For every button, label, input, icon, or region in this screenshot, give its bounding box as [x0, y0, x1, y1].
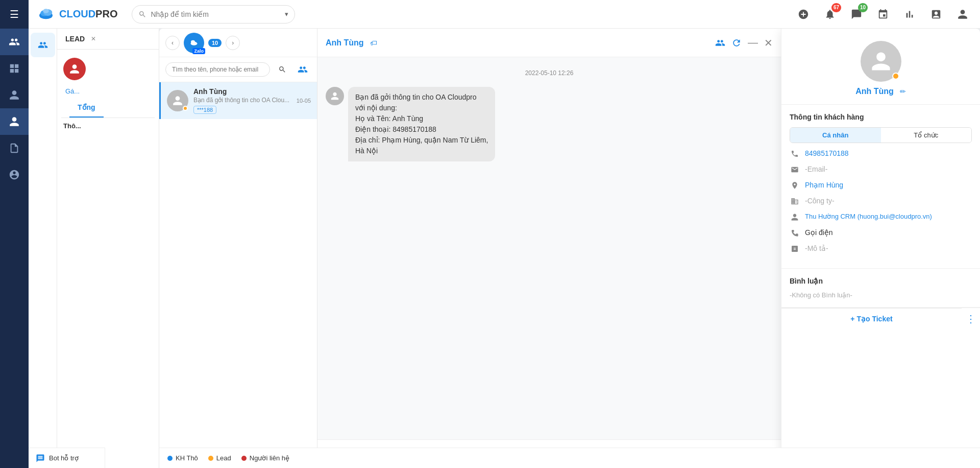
notifications-button[interactable]: 67: [821, 5, 839, 24]
zalo-badge: Zalo: [192, 48, 205, 54]
hamburger-menu[interactable]: ☰: [0, 0, 29, 29]
bot-support-label: Bot hỗ trợ: [49, 454, 79, 462]
search-input[interactable]: [151, 10, 281, 18]
tab-bar: Tổng: [61, 98, 155, 118]
comment-placeholder: -Không có Bình luận-: [790, 291, 972, 299]
chat-refresh-button[interactable]: [731, 38, 742, 48]
lead-panel-title: LEAD: [65, 35, 85, 43]
lead-panel-close-icon[interactable]: ✕: [91, 35, 96, 42]
logo-area: CLOUDPRO: [37, 5, 117, 24]
customer-info-section: Thông tin khách hàng Cá nhân Tổ chức 849…: [781, 105, 980, 269]
call-field: Gọi điện: [790, 228, 972, 239]
email-field: -Email-: [790, 165, 972, 176]
phone-value[interactable]: 84985170188: [805, 149, 972, 157]
logo-icon: [37, 5, 55, 24]
profile-button[interactable]: [953, 5, 972, 24]
crm-subnav: [29, 29, 57, 468]
sidebar-item-person-active[interactable]: [0, 108, 29, 135]
message-bubble: Bạn đã gởi thông tin cho OA Cloudprovới …: [348, 87, 495, 161]
legend-label-lead: Lead: [216, 454, 231, 462]
sidebar-item-grid[interactable]: [0, 55, 29, 82]
nav-next-arrow[interactable]: ›: [226, 36, 240, 50]
company-field: -Công ty-: [790, 197, 972, 207]
main-wrapper: CLOUDPRO ▾ 67 10: [29, 0, 980, 468]
owner-value[interactable]: Thu Hường CRM (huong.bui@cloudpro.vn): [805, 213, 972, 220]
lead-panel-content: Gá... Tổng Thô...: [57, 50, 159, 468]
chat-minimize-button[interactable]: —: [748, 37, 758, 49]
left-sidebar: ☰: [0, 0, 29, 468]
main-area: ‹ Zalo 10 ›: [159, 29, 980, 468]
online-indicator: [183, 106, 188, 111]
bot-support-bar[interactable]: Bot hỗ trợ: [29, 448, 105, 468]
calendar-button[interactable]: [874, 5, 892, 24]
sidebar-item-contacts[interactable]: [0, 82, 29, 108]
lead-contact-item[interactable]: [61, 54, 155, 84]
chat-tag-icon: 🏷: [370, 39, 377, 47]
bottom-legend: KH Thô Lead Người liên hệ: [159, 448, 980, 468]
chat-header: Anh Tùng 🏷 — ✕: [317, 29, 781, 57]
crm-layout: LEAD ✕ Gá... Tổng Thô...: [29, 29, 980, 468]
call-label[interactable]: Gọi điện: [805, 228, 972, 237]
info-avatar-area: Anh Tùng ✏: [781, 29, 980, 105]
contact-list-panel: ‹ Zalo 10 ›: [159, 29, 317, 468]
contact-search: [159, 57, 317, 82]
svg-point-5: [191, 40, 195, 43]
description-icon: [790, 245, 800, 255]
chat-window: Anh Tùng 🏷 — ✕: [317, 29, 781, 468]
lead-panel: LEAD ✕ Gá... Tổng Thô...: [57, 29, 159, 468]
info-panel: Anh Tùng ✏ Thông tin khách hàng Cá nhân …: [781, 29, 980, 468]
top-header: CLOUDPRO ▾ 67 10: [29, 0, 980, 29]
contact-item-anh-tung[interactable]: Anh Tùng Bạn đã gởi thông tin cho OA Clo…: [159, 82, 317, 119]
chart-button[interactable]: [900, 5, 919, 24]
legend-dot-kh-tho: [167, 456, 173, 461]
sidebar-item-people[interactable]: [0, 29, 29, 55]
tag-button[interactable]: Gá...: [65, 86, 80, 96]
message-timestamp: 2022-05-10 12:26: [326, 69, 773, 77]
chat-messages: 2022-05-10 12:26 Bạn đã gởi thông tin ch…: [317, 57, 781, 439]
call-icon: [790, 229, 800, 239]
chat-close-button[interactable]: ✕: [764, 37, 773, 49]
tab-individual[interactable]: Cá nhân: [790, 128, 881, 143]
phone-icon: [790, 150, 800, 160]
info-name-row: Anh Tùng ✏: [855, 87, 906, 96]
legend-dot-lead: [208, 456, 213, 461]
owner-field: Thu Hường CRM (huong.bui@cloudpro.vn): [790, 213, 972, 223]
legend-dot-nguoi-lien-he: [241, 456, 247, 461]
search-bar[interactable]: ▾: [132, 5, 295, 24]
chat-button[interactable]: 10: [847, 5, 866, 24]
search-icon: [138, 10, 146, 18]
contact-search-button[interactable]: [274, 61, 290, 78]
info-name: Anh Tùng: [855, 87, 894, 96]
legend-item-lead: Lead: [208, 454, 231, 462]
legend-label-nguoi-lien-he: Người liên hệ: [250, 454, 289, 462]
create-ticket-button[interactable]: + Tạo Ticket: [781, 308, 962, 329]
crm-nav-people[interactable]: [31, 33, 55, 57]
contact-avatar-anh-tung: [167, 90, 188, 111]
lead-contact-avatar: [63, 58, 86, 80]
ticket-area: + Tạo Ticket ⋮: [781, 308, 980, 329]
bot-icon: [36, 454, 45, 463]
info-edit-button[interactable]: ✏: [900, 87, 906, 96]
info-tabs: Cá nhân Tổ chức: [790, 127, 972, 143]
sidebar-item-document[interactable]: [0, 135, 29, 161]
add-button[interactable]: [794, 5, 813, 24]
contact-search-input[interactable]: [165, 62, 270, 77]
message-row: Bạn đã gởi thông tin cho OA Cloudprovới …: [326, 87, 773, 161]
chat-header-actions: — ✕: [715, 37, 773, 49]
add-contact-button[interactable]: [295, 61, 311, 78]
address-value[interactable]: Phạm Hùng: [805, 181, 972, 189]
section-title: Thô...: [61, 118, 155, 134]
search-dropdown-icon: ▾: [285, 10, 288, 18]
notifications-badge: 67: [831, 3, 841, 12]
comment-title: Bình luận: [790, 277, 972, 285]
more-options-button[interactable]: ⋮: [962, 309, 980, 329]
sidebar-item-user-detail[interactable]: [0, 161, 29, 188]
hamburger-icon: ☰: [10, 8, 19, 20]
company-icon: [790, 197, 800, 207]
chat-connect-button[interactable]: [715, 38, 725, 48]
tab-tong[interactable]: Tổng: [69, 98, 104, 118]
nav-prev-arrow[interactable]: ‹: [165, 36, 180, 50]
tasks-button[interactable]: [927, 5, 945, 24]
company-value: -Công ty-: [805, 197, 972, 205]
tab-organization[interactable]: Tổ chức: [881, 128, 972, 143]
